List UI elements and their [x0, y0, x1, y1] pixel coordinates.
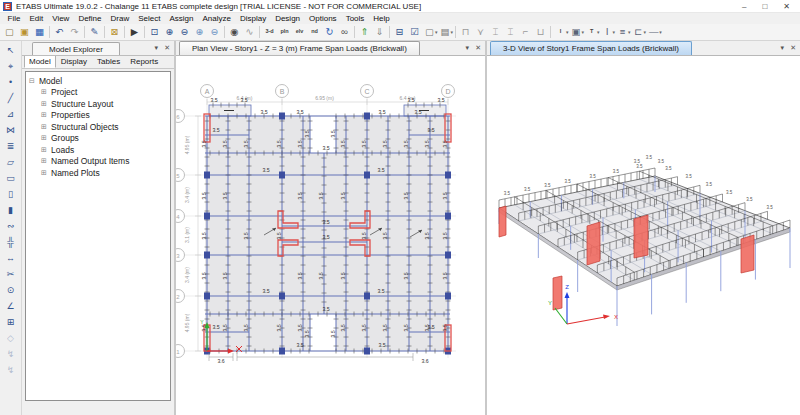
restore-full-view-icon[interactable]: ⊕: [162, 25, 177, 40]
save-icon[interactable]: ▦: [32, 25, 47, 40]
tree-item-structure-layout[interactable]: ⊞Structure Layout: [28, 98, 168, 110]
3d-view-tab[interactable]: 3-D View of Story1 Frame Span Loads (Bri…: [490, 41, 692, 55]
draw-joint-icon[interactable]: •: [2, 74, 19, 90]
menu-draw[interactable]: Draw: [106, 14, 134, 23]
snap-to-midpoints-icon[interactable]: ↯: [2, 346, 19, 362]
tree-collapse-icon[interactable]: ⊟: [28, 77, 36, 85]
menu-assign[interactable]: Assign: [165, 14, 198, 23]
tree-item-structural-objects[interactable]: ⊞Structural Objects: [28, 121, 168, 133]
previous-zoom-icon[interactable]: ⊖: [177, 25, 192, 40]
maximize-button[interactable]: □: [762, 2, 767, 11]
model-explorer-title[interactable]: Model Explorer: [32, 42, 120, 55]
tab-model[interactable]: Model: [24, 55, 56, 68]
menu-edit[interactable]: Edit: [25, 14, 48, 23]
object-shrink-toggle-icon[interactable]: ⊟: [392, 25, 407, 40]
plan-canvas[interactable]: 6.4 (m)6.95 (m)6.4 (m)4.95 (m)3.4 (m)3.1…: [176, 56, 485, 415]
menu-file[interactable]: File: [3, 14, 25, 23]
menu-view[interactable]: View: [48, 14, 74, 23]
reshape-object-icon[interactable]: ⌖: [2, 58, 19, 74]
3d-dropdown-icon[interactable]: ▾: [781, 44, 785, 52]
snap-to-ends-icon[interactable]: ◇: [2, 330, 19, 346]
minimize-button[interactable]: –: [742, 2, 746, 11]
measure-tool-icon[interactable]: ∠: [2, 298, 19, 314]
new-model-icon[interactable]: ▢: [2, 25, 17, 40]
tree-item-project[interactable]: ⊞Project: [28, 87, 168, 99]
tree-item-properties[interactable]: ⊞Properties: [28, 110, 168, 122]
tree-item-named-plots[interactable]: ⊞Named Plots: [28, 167, 168, 179]
menu-tools[interactable]: Tools: [341, 14, 369, 23]
snap-options-icon[interactable]: ∿: [242, 25, 257, 40]
tree-item-groups[interactable]: ⊞Groups: [28, 133, 168, 145]
quick-draw-floor-icon[interactable]: ▭: [2, 170, 19, 186]
tree-expand-icon[interactable]: ⊞: [40, 134, 48, 142]
tab-display[interactable]: Display: [56, 55, 92, 68]
redo-icon[interactable]: ↷: [67, 25, 82, 40]
open-file-icon[interactable]: ▣: [17, 25, 32, 40]
tab-tables[interactable]: Tables: [92, 55, 125, 68]
menu-options[interactable]: Options: [305, 14, 342, 23]
run-analysis-icon[interactable]: ▶: [127, 25, 142, 40]
quick-draw-frame-icon[interactable]: ⊿: [2, 106, 19, 122]
lock-model-icon[interactable]: ⊠: [107, 25, 122, 40]
tree-item-named-output-items[interactable]: ⊞Named Output Items: [28, 156, 168, 168]
rotate-view-icon[interactable]: ◉: [227, 25, 242, 40]
tab-reports[interactable]: Reports: [125, 55, 163, 68]
plan-close-icon[interactable]: ✕: [475, 44, 481, 52]
draw-link-icon[interactable]: ∾: [2, 218, 19, 234]
tree-expand-icon[interactable]: ⊞: [40, 100, 48, 108]
view-named-icon[interactable]: nd: [307, 25, 322, 40]
move-down-in-list-icon[interactable]: ⇓: [372, 25, 387, 40]
menu-display[interactable]: Display: [235, 14, 270, 23]
draw-grid-icon[interactable]: ╬: [2, 234, 19, 250]
draw-section-cut-icon[interactable]: ✂: [2, 266, 19, 282]
perspective-toggle-icon[interactable]: ∞: [337, 25, 352, 40]
plan-view-tab[interactable]: Plan View - Story1 - Z = 3 (m) Frame Spa…: [179, 41, 420, 55]
draw-brace-tool-icon[interactable]: ⋎: [473, 25, 488, 40]
3d-canvas[interactable]: 3.53.53.53.53.53.53.53.53.53.53.53.53.53…: [487, 56, 800, 415]
tree-item-loads[interactable]: ⊞Loads: [28, 144, 168, 156]
view-3d-icon[interactable]: 3-d: [262, 25, 277, 40]
more-views-dropdown-icon[interactable]: ▾: [451, 29, 454, 35]
quick-draw-wall-icon[interactable]: ▮: [2, 202, 19, 218]
tree-expand-icon[interactable]: ⊞: [40, 146, 48, 154]
extrude-tool-icon[interactable]: ⌶: [488, 25, 503, 40]
draw-wall-icon[interactable]: ▯: [2, 186, 19, 202]
draw-reference-point-icon[interactable]: ⊙: [2, 282, 19, 298]
undo-icon[interactable]: ↶: [52, 25, 67, 40]
menu-design[interactable]: Design: [271, 14, 305, 23]
draw-floor-icon[interactable]: ▱: [2, 154, 19, 170]
snap-to-intersections-icon[interactable]: ↯: [2, 362, 19, 378]
tree-expand-icon[interactable]: ⊞: [40, 157, 48, 165]
menu-select[interactable]: Select: [134, 14, 165, 23]
3d-close-icon[interactable]: ✕: [790, 44, 796, 52]
plan-dropdown-icon[interactable]: ▾: [466, 44, 470, 52]
close-button[interactable]: ✕: [783, 2, 790, 11]
quick-draw-secondary-beams-icon[interactable]: ≣: [2, 138, 19, 154]
select-pointer-icon[interactable]: ↖: [2, 42, 19, 58]
tree-item-model[interactable]: ⊟Model: [28, 75, 168, 87]
rubber-band-zoom-icon[interactable]: ⊡: [147, 25, 162, 40]
move-up-in-list-icon[interactable]: ⇑: [357, 25, 372, 40]
line-section-dropdown-icon[interactable]: ▾: [659, 29, 662, 35]
view-plan-icon[interactable]: pln: [277, 25, 292, 40]
tree-expand-icon[interactable]: ⊞: [40, 169, 48, 177]
snap-to-grid-icon[interactable]: ⊞: [2, 314, 19, 330]
quick-draw-braces-icon[interactable]: ⋈: [2, 122, 19, 138]
menu-analyze[interactable]: Analyze: [198, 14, 235, 23]
merge-tool-icon[interactable]: ⊔: [533, 25, 548, 40]
tree-expand-icon[interactable]: ⊞: [40, 111, 48, 119]
explorer-close-icon[interactable]: ✕: [164, 44, 170, 52]
edit-pen-icon[interactable]: ✎: [87, 25, 102, 40]
menu-define[interactable]: Define: [74, 14, 106, 23]
menu-help[interactable]: Help: [369, 14, 394, 23]
view-elevation-icon[interactable]: elv: [292, 25, 307, 40]
draw-frame-icon[interactable]: ╱: [2, 90, 19, 106]
set-display-options-icon[interactable]: ☑: [407, 25, 422, 40]
draw-dimension-line-icon[interactable]: ↔: [2, 250, 19, 266]
rotate-3d-view-icon[interactable]: ↻: [322, 25, 337, 40]
zoom-out-one-step-icon[interactable]: ⊖: [207, 25, 222, 40]
hook-tool-icon[interactable]: ⌐: [518, 25, 533, 40]
section-cut-tool-icon[interactable]: ⌶: [503, 25, 518, 40]
explorer-dropdown-icon[interactable]: ▾: [155, 44, 159, 52]
zoom-in-one-step-icon[interactable]: ⊕: [192, 25, 207, 40]
